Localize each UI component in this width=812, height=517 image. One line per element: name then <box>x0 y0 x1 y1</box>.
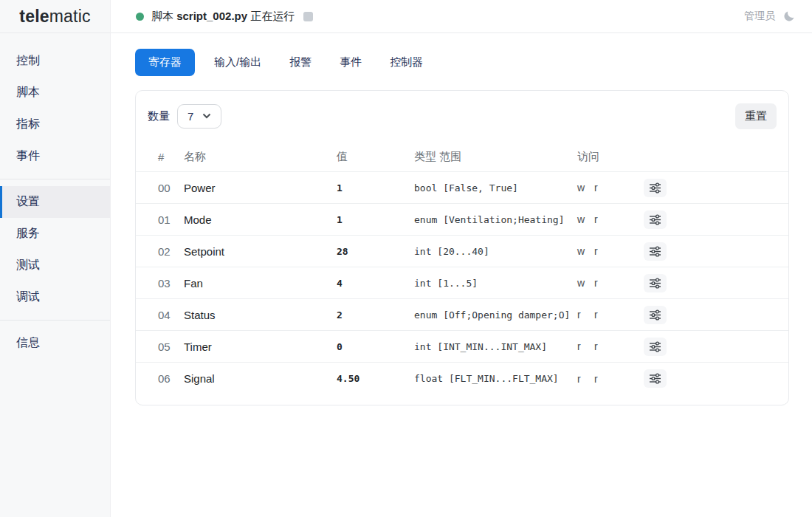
chevron-down-icon <box>202 113 211 119</box>
sliders-icon <box>649 341 661 352</box>
register-num: 05 <box>158 340 184 353</box>
register-settings-button[interactable] <box>644 369 667 388</box>
register-access: rr <box>577 373 644 385</box>
table-row: 04 Status 2 enum [Off;Opening damper;O] … <box>136 299 788 331</box>
sidebar-item-debug[interactable]: 调试 <box>0 281 110 313</box>
topbar: 脚本 script_002.py 正在运行 管理员 <box>111 0 812 33</box>
register-type: enum [Off;Opening damper;O] <box>414 309 577 321</box>
register-name: Power <box>184 182 337 194</box>
main-content: 寄存器 输入/输出 报警 事件 控制器 数量 7 重置 # 名称 值 类型 范围… <box>111 0 812 405</box>
register-settings-button[interactable] <box>644 179 667 197</box>
brand-logo-bold: tele <box>19 7 49 27</box>
register-access: wr <box>577 182 644 194</box>
header-access: 访问 <box>577 150 644 164</box>
sliders-icon <box>649 278 661 289</box>
table-row: 03 Fan 4 int [1...5] wr <box>136 267 788 299</box>
register-value: 4.50 <box>337 373 414 384</box>
register-access: rr <box>577 309 644 321</box>
table-row: 01 Mode 1 enum [Ventilation;Heating] wr <box>136 204 788 236</box>
table-row: 02 Setpoint 28 int [20...40] wr <box>136 236 788 267</box>
count-select[interactable]: 7 <box>177 104 221 129</box>
register-name: Signal <box>184 372 337 385</box>
reset-button[interactable]: 重置 <box>735 103 777 129</box>
register-access: wr <box>577 245 644 257</box>
sidebar-divider <box>0 179 110 179</box>
register-num: 02 <box>158 245 184 258</box>
register-value: 4 <box>337 278 414 289</box>
sidebar-item-events[interactable]: 事件 <box>0 140 110 172</box>
sliders-icon <box>649 246 661 257</box>
topbar-right: 管理员 <box>744 10 796 23</box>
register-type: int [20...40] <box>414 246 577 257</box>
sidebar-item-services[interactable]: 服务 <box>0 218 110 250</box>
register-num: 00 <box>158 182 184 194</box>
registers-table: # 名称 值 类型 范围 访问 00 Power 1 bool [False, … <box>136 143 788 394</box>
table-row: 00 Power 1 bool [False, True] wr <box>136 172 788 204</box>
user-role-label[interactable]: 管理员 <box>744 10 775 23</box>
registers-panel: 数量 7 重置 # 名称 值 类型 范围 访问 00 Power 1 bool … <box>135 90 789 405</box>
sidebar: telematic 控制 脚本 指标 事件 设置 服务 测试 调试 信息 <box>0 0 111 517</box>
register-type: float [FLT_MIN...FLT_MAX] <box>414 373 577 384</box>
sidebar-divider <box>0 320 110 321</box>
register-access: wr <box>577 277 644 289</box>
script-status-prefix: 脚本 <box>151 10 173 22</box>
sidebar-nav: 控制 脚本 指标 事件 设置 服务 测试 调试 信息 <box>0 33 110 359</box>
register-type: enum [Ventilation;Heating] <box>414 214 577 225</box>
register-type: bool [False, True] <box>414 182 577 194</box>
sliders-icon <box>649 309 661 321</box>
sidebar-item-settings[interactable]: 设置 <box>0 186 110 218</box>
running-status-icon <box>136 13 144 21</box>
sidebar-item-control[interactable]: 控制 <box>0 45 110 77</box>
register-name: Mode <box>184 213 337 226</box>
tab-registers[interactable]: 寄存器 <box>135 49 195 76</box>
script-status-suffix: 正在运行 <box>250 10 295 22</box>
register-value: 0 <box>337 341 414 352</box>
register-type: int [INT_MIN...INT_MAX] <box>414 341 577 352</box>
dark-mode-toggle-icon[interactable] <box>782 10 796 23</box>
sliders-icon <box>649 373 661 384</box>
register-num: 06 <box>158 372 184 385</box>
register-type: int [1...5] <box>414 278 577 289</box>
sliders-icon <box>649 214 661 225</box>
tab-events[interactable]: 事件 <box>331 49 371 75</box>
script-status: 脚本 script_002.py 正在运行 <box>151 10 295 24</box>
tab-io[interactable]: 输入/输出 <box>205 49 270 75</box>
register-num: 03 <box>158 277 184 290</box>
sidebar-item-info[interactable]: 信息 <box>0 327 110 359</box>
tab-alarms[interactable]: 报警 <box>281 49 320 75</box>
sliders-icon <box>649 182 661 194</box>
header-value: 值 <box>337 150 414 164</box>
table-row: 05 Timer 0 int [INT_MIN...INT_MAX] rr <box>136 331 788 363</box>
register-settings-button[interactable] <box>644 306 667 324</box>
register-settings-button[interactable] <box>644 274 667 292</box>
stop-script-button[interactable] <box>303 12 313 21</box>
register-value: 28 <box>337 246 414 257</box>
register-value: 2 <box>337 309 414 321</box>
tab-controller[interactable]: 控制器 <box>381 49 432 75</box>
brand-logo-regular: matic <box>49 7 91 27</box>
register-num: 04 <box>158 309 184 321</box>
register-settings-button[interactable] <box>644 242 667 261</box>
header-num: # <box>158 151 184 163</box>
brand-logo[interactable]: telematic <box>0 0 110 33</box>
header-type: 类型 范围 <box>414 150 577 164</box>
register-settings-button[interactable] <box>644 338 667 356</box>
register-name: Fan <box>184 277 337 290</box>
register-num: 01 <box>158 213 184 226</box>
register-settings-button[interactable] <box>644 210 667 229</box>
count-select-value: 7 <box>187 110 193 123</box>
register-name: Status <box>184 309 337 321</box>
count-label: 数量 <box>148 109 170 123</box>
register-value: 1 <box>337 182 414 194</box>
script-name: script_002.py <box>176 10 247 22</box>
table-header-row: # 名称 值 类型 范围 访问 <box>136 143 788 172</box>
register-name: Timer <box>184 340 337 353</box>
register-value: 1 <box>337 214 414 225</box>
panel-controls: 数量 7 重置 <box>136 102 788 130</box>
sidebar-item-script[interactable]: 脚本 <box>0 77 110 109</box>
sidebar-item-test[interactable]: 测试 <box>0 250 110 281</box>
header-name: 名称 <box>184 150 337 164</box>
sidebar-item-metrics[interactable]: 指标 <box>0 109 110 140</box>
tab-bar: 寄存器 输入/输出 报警 事件 控制器 <box>111 33 812 76</box>
table-row: 06 Signal 4.50 float [FLT_MIN...FLT_MAX]… <box>136 363 788 394</box>
